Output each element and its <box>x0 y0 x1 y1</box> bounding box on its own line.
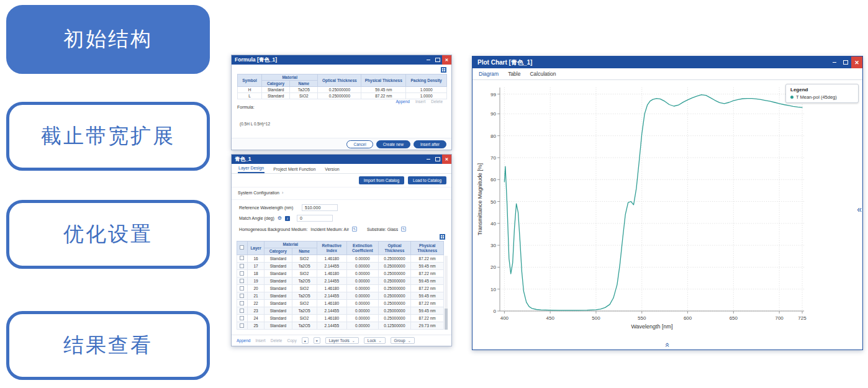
row-checkbox[interactable] <box>240 256 244 260</box>
insert-button[interactable]: Insert <box>415 99 425 104</box>
table-row[interactable]: 25 Standard Ta2O5 2.14455 0.00000 0.1250… <box>237 322 444 330</box>
info-icon[interactable] <box>285 216 290 221</box>
layer-tools-dropdown[interactable]: Layer Tools <box>325 337 359 344</box>
col-name: Name <box>290 81 318 87</box>
step-label: 截止带宽扩展 <box>41 122 175 150</box>
load-to-catalog-button[interactable]: Load to Catalog <box>408 176 446 184</box>
col-name: Name <box>292 248 317 255</box>
svg-text:70: 70 <box>491 155 496 161</box>
chevron-right-icon[interactable]: › <box>282 191 283 195</box>
cancel-button[interactable]: Cancel <box>346 140 373 148</box>
collapse-bottom-icon[interactable] <box>663 343 672 347</box>
svg-text:500: 500 <box>592 315 600 321</box>
tab-table[interactable]: Table <box>508 71 520 77</box>
scrollbar-thumb[interactable] <box>445 309 448 330</box>
step-results-view[interactable]: 结果查看 <box>6 311 210 380</box>
series-color-dot <box>790 96 793 99</box>
tab-project-merit-function[interactable]: Project Merit Function <box>273 167 316 173</box>
close-icon[interactable] <box>442 55 451 65</box>
insert-button[interactable]: Insert <box>255 338 265 343</box>
table-row[interactable]: 22 Standard SiO2 1.46180 0.00000 0.25000… <box>237 300 444 307</box>
edit-icon[interactable] <box>401 227 406 232</box>
collapse-panel-icon[interactable] <box>857 204 862 214</box>
row-checkbox[interactable] <box>240 286 244 291</box>
maximize-icon[interactable] <box>433 55 442 65</box>
svg-text:60: 60 <box>491 177 496 183</box>
substrate-value: Substrate: Glass <box>367 227 398 232</box>
gear-icon[interactable] <box>278 215 282 221</box>
edit-icon[interactable] <box>352 227 357 232</box>
minimize-icon[interactable] <box>423 155 433 164</box>
row-checkbox[interactable] <box>240 323 244 328</box>
row-checkbox[interactable] <box>240 309 244 313</box>
plot-chart-window: Plot Chart [青色_1] Diagram Table Calculat… <box>472 56 863 350</box>
move-up-icon[interactable]: ▲ <box>302 337 309 344</box>
table-row[interactable]: 24 Standard SiO2 1.46180 0.00000 0.25000… <box>237 315 444 322</box>
system-configuration-section[interactable]: System Configuration › <box>238 191 283 195</box>
svg-text:Transmittance Magnitude [%]: Transmittance Magnitude [%] <box>477 163 483 236</box>
formula-input[interactable]: (0.5H L 0.5H)^12 <box>240 122 270 126</box>
svg-text:50: 50 <box>491 199 496 205</box>
col-refractive-index: Refractive Index <box>317 241 346 255</box>
move-down-icon[interactable]: ▼ <box>314 337 320 344</box>
group-dropdown[interactable]: Group <box>391 337 415 344</box>
col-physical-thickness: Physical Thickness <box>411 241 444 255</box>
tab-calculation[interactable]: Calculation <box>530 71 556 77</box>
svg-text:99: 99 <box>491 92 496 97</box>
create-new-button[interactable]: Create new <box>376 140 410 148</box>
table-grid-icon[interactable] <box>440 234 445 240</box>
row-checkbox[interactable] <box>240 271 244 276</box>
tab-diagram[interactable]: Diagram <box>479 71 499 77</box>
maximize-icon[interactable] <box>840 56 851 68</box>
col-category: Category <box>262 81 290 87</box>
close-icon[interactable] <box>442 155 451 164</box>
row-checkbox[interactable] <box>240 316 244 320</box>
minimize-icon[interactable] <box>423 55 433 65</box>
delete-button[interactable]: Delete <box>431 99 443 104</box>
minimize-icon[interactable] <box>829 56 840 68</box>
svg-text:725: 725 <box>798 315 807 321</box>
reference-wavelength-input[interactable]: 510.000 <box>302 204 338 211</box>
copy-button[interactable]: Copy <box>287 338 296 343</box>
step-initial-structure[interactable]: 初始结构 <box>6 5 210 74</box>
table-grid-icon[interactable] <box>441 67 446 73</box>
svg-text:20: 20 <box>491 264 496 270</box>
design-titlebar: 青色_1 <box>232 155 451 164</box>
append-button[interactable]: Append <box>396 99 410 104</box>
design-table-body: 16 Standard SiO2 1.46180 0.00000 0.25000… <box>237 255 444 330</box>
row-checkbox[interactable] <box>240 264 244 268</box>
tab-layer-design[interactable]: Layer Design <box>238 166 264 173</box>
step-optimization-settings[interactable]: 优化设置 <box>6 200 210 269</box>
match-angle-input[interactable]: 0 <box>297 215 333 222</box>
col-category: Category <box>264 248 292 255</box>
table-row-partial[interactable]: 16 Standard SiO2 1.46180 0.00000 0.25000… <box>237 255 444 263</box>
step-cutoff-bandwidth[interactable]: 截止带宽扩展 <box>6 102 210 171</box>
row-checkbox[interactable] <box>240 301 244 305</box>
table-scrollbar[interactable] <box>445 256 448 330</box>
svg-text:30: 30 <box>491 243 496 248</box>
table-row[interactable]: L Standard SiO2 0.25000000 87.22 nm 1.00… <box>238 93 447 99</box>
table-row[interactable]: H Standard Ta2O5 0.25000000 59.45 nm 1.0… <box>238 87 447 93</box>
table-row[interactable]: 17 Standard Ta2O5 2.14455 0.00000 0.2500… <box>237 263 444 270</box>
svg-text:400: 400 <box>500 315 509 321</box>
row-checkbox[interactable] <box>240 294 244 298</box>
col-optical-thickness: Optical Thickness <box>378 241 411 255</box>
insert-after-button[interactable]: Insert after <box>414 140 446 148</box>
table-row[interactable]: 23 Standard Ta2O5 2.14455 0.00000 0.2500… <box>237 307 444 315</box>
table-row[interactable]: 18 Standard SiO2 1.46180 0.00000 0.25000… <box>237 270 444 277</box>
table-row[interactable]: 20 Standard SiO2 1.46180 0.00000 0.25000… <box>237 285 444 292</box>
col-material: Material <box>262 74 318 81</box>
select-all-checkbox[interactable] <box>240 245 244 250</box>
table-row[interactable]: 19 Standard Ta2O5 2.14455 0.00000 0.2500… <box>237 277 444 285</box>
row-checkbox[interactable] <box>240 279 244 283</box>
lock-dropdown[interactable]: Lock <box>364 337 386 344</box>
table-row[interactable]: 21 Standard Ta2O5 2.14455 0.00000 0.2500… <box>237 292 444 300</box>
tab-version[interactable]: Version <box>324 167 340 173</box>
col-extinction-coefficient: Extinction Coefficient <box>347 241 379 255</box>
formula-footer: Cancel Create new Insert after <box>232 138 451 150</box>
maximize-icon[interactable] <box>433 155 442 164</box>
delete-button[interactable]: Delete <box>271 338 283 343</box>
append-button[interactable]: Append <box>237 338 250 343</box>
close-icon[interactable] <box>851 56 862 68</box>
import-from-catalog-button[interactable]: Import from Catalog <box>359 176 404 184</box>
